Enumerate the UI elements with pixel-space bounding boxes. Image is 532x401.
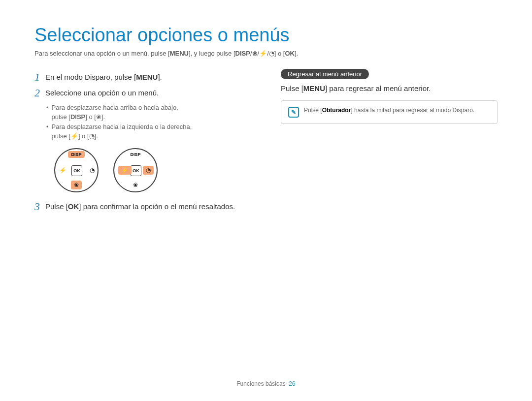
flower-icon: ❀ bbox=[114, 182, 157, 188]
step-number: 2 bbox=[34, 87, 45, 99]
t: ] o [ bbox=[85, 113, 96, 121]
t: ] para confirmar la opción o el menú res… bbox=[79, 202, 235, 211]
menu-label: MENU bbox=[136, 73, 158, 81]
ok-label: OK bbox=[285, 50, 295, 57]
left-column: 1 En el modo Disparo, pulse [MENU]. 2 Se… bbox=[34, 69, 251, 216]
disp-label: DISP bbox=[235, 50, 250, 57]
intro-frag: ], y luego pulse [ bbox=[189, 50, 235, 57]
step-text: Pulse [OK] para confirmar la opción o el… bbox=[45, 201, 251, 213]
ok-center: OK bbox=[131, 165, 141, 176]
shutter-label: Obturador bbox=[322, 107, 351, 114]
flash-icon: ⚡ bbox=[259, 50, 267, 57]
page-number: 26 bbox=[289, 380, 295, 387]
t: pulse [ bbox=[52, 132, 70, 140]
t: ]. bbox=[158, 73, 162, 81]
step-text: En el modo Disparo, pulse [MENU]. bbox=[45, 72, 251, 84]
disp-label: DISP bbox=[70, 113, 85, 121]
t: Para desplazarse hacia la izquierda o la… bbox=[52, 123, 192, 130]
substeps: Para desplazarse hacia arriba o hacia ab… bbox=[46, 103, 251, 141]
disp-label: DISP bbox=[114, 152, 157, 157]
t: Pulse [ bbox=[281, 84, 303, 93]
ok-label: OK bbox=[68, 202, 79, 211]
t: ]. bbox=[101, 113, 105, 121]
intro-frag: ] o [ bbox=[274, 50, 285, 57]
t: Pulse [ bbox=[304, 107, 322, 114]
timer-icon: ◔ bbox=[269, 50, 274, 57]
ok-center: OK bbox=[71, 165, 82, 176]
nav-wheel-horizontal: DISP OK ⚡ ◔ ❀ bbox=[113, 148, 158, 192]
flower-icon: ❀ bbox=[96, 113, 101, 121]
note-text: Pulse [Obturador] hasta la mitad para re… bbox=[304, 107, 474, 114]
step-1: 1 En el modo Disparo, pulse [MENU]. bbox=[34, 71, 251, 84]
flash-icon: ⚡ bbox=[59, 167, 66, 174]
note-box: ✎ Pulse [Obturador] hasta la mitad para … bbox=[281, 100, 498, 124]
menu-label: MENU bbox=[303, 84, 325, 93]
intro-frag: ]. bbox=[295, 50, 298, 57]
page-footer: Funciones básicas 26 bbox=[0, 380, 532, 387]
flower-icon: ❀ bbox=[252, 50, 258, 57]
timer-highlight: ◔ bbox=[143, 167, 154, 174]
t: Para desplazarse hacia arriba o hacia ab… bbox=[52, 104, 178, 111]
t: ] o [ bbox=[78, 132, 89, 140]
t: En el modo Disparo, pulse [ bbox=[45, 73, 136, 81]
step-number: 3 bbox=[34, 200, 45, 213]
step-number: 1 bbox=[34, 71, 45, 84]
note-icon: ✎ bbox=[288, 107, 299, 118]
t: pulse [ bbox=[52, 113, 70, 121]
section-pill: Regresar al menú anterior bbox=[281, 69, 369, 79]
substep: Para desplazarse hacia arriba o hacia ab… bbox=[46, 103, 251, 122]
substep: Para desplazarse hacia la izquierda o la… bbox=[46, 122, 251, 141]
right-column: Regresar al menú anterior Pulse [MENU] p… bbox=[281, 69, 498, 216]
step-text: Seleccione una opción o un menú. bbox=[45, 88, 251, 99]
intro-frag: Para seleccionar una opción o un menú, p… bbox=[34, 50, 170, 57]
timer-icon: ◔ bbox=[90, 167, 95, 174]
flash-icon: ⚡ bbox=[70, 132, 78, 140]
wheel-diagrams: DISP OK ⚡ ◔ ❀ DISP OK ⚡ ◔ ❀ bbox=[54, 148, 251, 192]
step-3: 3 Pulse [OK] para confirmar la opción o … bbox=[34, 200, 251, 213]
t: ] hasta la mitad para regresar al modo D… bbox=[351, 107, 474, 114]
nav-wheel-vertical: DISP OK ⚡ ◔ ❀ bbox=[54, 148, 99, 192]
t: ]. bbox=[95, 132, 98, 140]
intro-text: Para seleccionar una opción o un menú, p… bbox=[34, 50, 498, 57]
disp-highlight: DISP bbox=[68, 151, 84, 158]
return-text: Pulse [MENU] para regresar al menú anter… bbox=[281, 84, 498, 93]
flash-highlight: ⚡ bbox=[118, 167, 132, 174]
t: ] para regresar al menú anterior. bbox=[325, 84, 431, 93]
page-title: Seleccionar opciones o menús bbox=[34, 25, 498, 46]
step-2: 2 Seleccione una opción o un menú. bbox=[34, 87, 251, 99]
timer-icon: ◔ bbox=[89, 132, 95, 140]
flower-highlight: ❀ bbox=[55, 182, 98, 188]
t: Pulse [ bbox=[45, 202, 68, 211]
footer-section: Funciones básicas bbox=[236, 380, 285, 387]
menu-label: MENU bbox=[170, 50, 189, 57]
